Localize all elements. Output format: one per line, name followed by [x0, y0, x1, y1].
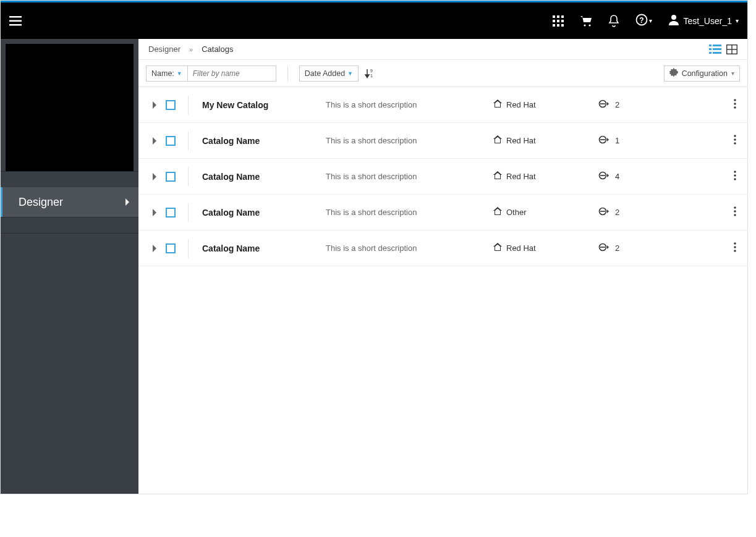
help-icon: ? — [635, 14, 648, 28]
row-kebab-icon[interactable] — [730, 203, 740, 222]
catalog-org: Other — [493, 206, 598, 218]
catalog-count: 2 — [598, 242, 660, 254]
catalog-row[interactable]: My New CatalogThis is a short descriptio… — [138, 87, 747, 123]
catalog-row[interactable]: Catalog NameThis is a short descriptionR… — [138, 159, 747, 195]
svg-point-63 — [734, 250, 736, 252]
bell-icon[interactable] — [608, 15, 619, 27]
catalog-title: Catalog Name — [202, 208, 326, 218]
breadcrumb-bar: Designer » Catalogs — [138, 39, 747, 60]
svg-point-34 — [734, 103, 736, 104]
svg-rect-6 — [553, 20, 555, 22]
gear-icon — [669, 68, 678, 78]
expand-row-icon[interactable] — [146, 245, 163, 252]
row-divider — [188, 167, 189, 186]
sidebar-item-designer[interactable]: Designer — [1, 187, 138, 217]
svg-marker-53 — [607, 209, 609, 213]
sort-label: Date Added — [305, 69, 345, 78]
sidebar: Designer — [1, 39, 138, 494]
configuration-button[interactable]: Configuration ▾ — [664, 66, 740, 82]
catalog-list: My New CatalogThis is a short descriptio… — [138, 87, 747, 494]
breadcrumb-current: Catalogs — [202, 44, 233, 54]
row-kebab-icon[interactable] — [730, 131, 740, 150]
row-checkbox[interactable] — [166, 208, 176, 218]
list-view-icon[interactable] — [709, 44, 721, 54]
grid-view-icon[interactable] — [726, 44, 737, 54]
breadcrumb-root[interactable]: Designer — [148, 44, 181, 54]
svg-point-33 — [734, 99, 736, 101]
hamburger-menu-icon[interactable] — [9, 16, 22, 26]
svg-point-43 — [497, 172, 498, 173]
catalog-title: My New Catalog — [202, 100, 326, 110]
svg-point-47 — [734, 171, 736, 172]
catalog-org: Red Hat — [493, 99, 598, 111]
svg-rect-9 — [553, 24, 555, 27]
catalog-count: 1 — [598, 135, 660, 146]
svg-point-56 — [734, 214, 736, 216]
filter-type-dropdown[interactable]: Name: ▼ — [146, 66, 188, 82]
svg-marker-32 — [607, 102, 609, 106]
row-checkbox[interactable] — [166, 243, 176, 253]
toolbar: Name: ▼ Date Added ▼ 91 Configuration — [138, 60, 747, 87]
cart-icon[interactable] — [580, 15, 592, 27]
catalog-org: Red Hat — [493, 242, 598, 254]
svg-point-35 — [734, 106, 736, 108]
row-kebab-icon[interactable] — [730, 95, 740, 114]
svg-rect-3 — [553, 15, 555, 18]
toolbar-divider — [287, 66, 288, 81]
expand-row-icon[interactable] — [146, 173, 163, 180]
chevron-down-icon: ▾ — [731, 70, 734, 77]
svg-rect-4 — [557, 15, 559, 18]
svg-rect-7 — [557, 20, 559, 22]
apps-grid-icon[interactable] — [553, 15, 564, 27]
org-icon — [493, 206, 503, 218]
sync-icon — [598, 99, 609, 111]
svg-rect-11 — [561, 24, 564, 27]
svg-point-57 — [497, 243, 498, 245]
catalog-row[interactable]: Catalog NameThis is a short descriptionO… — [138, 195, 747, 230]
sort-direction-icon[interactable]: 91 — [365, 68, 375, 79]
svg-rect-8 — [561, 20, 564, 22]
row-checkbox[interactable] — [166, 100, 176, 110]
sync-icon — [598, 135, 609, 146]
user-menu[interactable]: Test_User_1 ▾ — [668, 14, 739, 27]
configuration-label: Configuration — [682, 69, 728, 78]
caret-down-icon: ▼ — [347, 70, 353, 77]
svg-rect-19 — [709, 48, 711, 50]
sort-dropdown[interactable]: Date Added ▼ — [299, 66, 359, 82]
svg-point-13 — [589, 24, 591, 26]
svg-text:?: ? — [640, 16, 644, 25]
row-divider — [188, 96, 189, 114]
catalog-row[interactable]: Catalog NameThis is a short descriptionR… — [138, 123, 747, 159]
svg-point-61 — [734, 242, 736, 244]
row-divider — [188, 203, 189, 222]
row-checkbox[interactable] — [166, 172, 176, 182]
sidebar-band — [1, 171, 138, 187]
filter-input[interactable] — [187, 66, 276, 82]
sidebar-band — [1, 217, 138, 233]
catalog-description: This is a short description — [326, 243, 493, 253]
svg-rect-17 — [709, 44, 711, 46]
catalog-count: 2 — [598, 206, 660, 218]
svg-point-29 — [497, 100, 498, 101]
catalog-description: This is a short description — [326, 208, 493, 217]
svg-point-12 — [584, 24, 586, 26]
catalog-title: Catalog Name — [202, 136, 326, 146]
row-kebab-icon[interactable] — [730, 239, 740, 258]
topbar: ? ▾ Test_User_1 ▾ — [1, 1, 747, 39]
row-checkbox[interactable] — [166, 136, 176, 146]
svg-point-41 — [734, 138, 736, 140]
expand-row-icon[interactable] — [146, 101, 163, 109]
svg-point-55 — [734, 210, 736, 212]
expand-row-icon[interactable] — [146, 209, 163, 216]
svg-rect-10 — [557, 24, 559, 27]
svg-rect-18 — [713, 44, 721, 46]
catalog-description: This is a short description — [326, 136, 493, 145]
catalog-row[interactable]: Catalog NameThis is a short descriptionR… — [138, 230, 747, 266]
catalog-description: This is a short description — [326, 100, 493, 109]
row-kebab-icon[interactable] — [730, 167, 740, 186]
svg-rect-2 — [9, 24, 22, 26]
expand-row-icon[interactable] — [146, 137, 163, 145]
help-menu[interactable]: ? ▾ — [635, 14, 652, 28]
user-icon — [668, 14, 679, 27]
chevron-down-icon: ▾ — [649, 17, 652, 24]
